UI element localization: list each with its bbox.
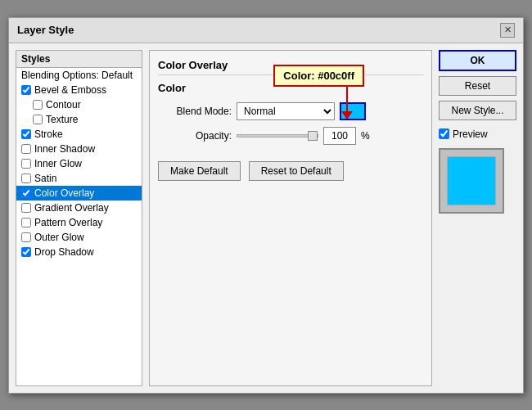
inner-glow-label: Inner Glow [34, 158, 82, 169]
color-overlay-label: Color Overlay [34, 187, 94, 199]
satin-label: Satin [34, 173, 56, 184]
style-item-bevel-emboss[interactable]: Bevel & Emboss [16, 83, 142, 97]
drop-shadow-label: Drop Shadow [34, 246, 94, 258]
styles-panel: Styles Blending Options: Default Bevel &… [16, 50, 142, 386]
contour-checkbox[interactable] [33, 100, 43, 110]
contour-label: Contour [46, 99, 81, 110]
style-item-satin[interactable]: Satin [16, 171, 142, 186]
style-item-texture[interactable]: Texture [16, 112, 142, 127]
style-item-outer-glow[interactable]: Outer Glow [16, 230, 142, 245]
style-item-drop-shadow[interactable]: Drop Shadow [16, 245, 142, 259]
opacity-input[interactable] [323, 127, 356, 145]
dialog-title: Layer Style [17, 24, 74, 36]
styles-panel-header: Styles [16, 51, 142, 68]
panel-section-title: Color Overlay [158, 59, 423, 75]
preview-box [439, 148, 504, 214]
style-item-stroke[interactable]: Stroke [16, 127, 142, 142]
blending-options-label: Blending Options: Default [21, 70, 133, 81]
bevel-emboss-label: Bevel & Emboss [34, 84, 106, 96]
make-default-button[interactable]: Make Default [158, 161, 241, 181]
gradient-overlay-label: Gradient Overlay [34, 202, 109, 214]
reset-to-default-button[interactable]: Reset to Default [249, 161, 344, 181]
preview-checkbox[interactable] [439, 128, 449, 139]
style-item-contour[interactable]: Contour [16, 97, 142, 112]
style-item-gradient-overlay[interactable]: Gradient Overlay [16, 200, 142, 215]
reset-button[interactable]: Reset [439, 76, 516, 96]
style-item-blending-options[interactable]: Blending Options: Default [16, 68, 142, 83]
inner-shadow-checkbox[interactable] [21, 144, 31, 154]
gradient-overlay-checkbox[interactable] [21, 203, 31, 213]
title-bar: Layer Style ✕ [9, 18, 523, 43]
preview-label-row: Preview [439, 128, 516, 140]
outer-glow-checkbox[interactable] [21, 232, 31, 242]
texture-label: Texture [46, 114, 78, 125]
blend-mode-label: Blend Mode: [158, 106, 232, 117]
action-buttons-row: Make Default Reset to Default [158, 161, 423, 181]
satin-checkbox[interactable] [21, 173, 31, 183]
new-style-button[interactable]: New Style... [439, 101, 516, 120]
ok-button[interactable]: OK [439, 50, 516, 71]
blend-mode-row: Blend Mode: Normal Multiply Screen Overl… [158, 102, 423, 120]
opacity-slider[interactable] [237, 134, 318, 137]
preview-label-text: Preview [453, 128, 488, 140]
opacity-unit: % [361, 130, 370, 142]
stroke-label: Stroke [34, 128, 63, 140]
layer-style-dialog: Layer Style ✕ Styles Blending Options: D… [8, 17, 524, 394]
opacity-label: Opacity: [158, 130, 232, 142]
styles-list: Blending Options: Default Bevel & Emboss… [16, 68, 142, 385]
opacity-row: Opacity: % [158, 127, 423, 145]
pattern-overlay-checkbox[interactable] [21, 218, 31, 228]
stroke-checkbox[interactable] [21, 129, 31, 139]
dialog-body: Styles Blending Options: Default Bevel &… [9, 43, 523, 393]
inner-glow-checkbox[interactable] [21, 159, 31, 169]
style-item-inner-shadow[interactable]: Inner Shadow [16, 142, 142, 156]
inner-shadow-label: Inner Shadow [34, 143, 95, 155]
bevel-emboss-checkbox[interactable] [21, 85, 31, 95]
drop-shadow-checkbox[interactable] [21, 247, 31, 257]
pattern-overlay-label: Pattern Overlay [34, 217, 102, 228]
preview-inner-swatch [447, 156, 496, 205]
close-button[interactable]: ✕ [500, 23, 515, 38]
texture-checkbox[interactable] [33, 115, 43, 124]
main-panel: Color Overlay Color Blend Mode: Normal M… [149, 50, 432, 386]
blend-mode-select[interactable]: Normal Multiply Screen Overlay Darken Li… [237, 102, 335, 120]
right-panel: OK Reset New Style... Preview [439, 50, 516, 386]
style-item-color-overlay[interactable]: Color Overlay [16, 186, 142, 200]
outer-glow-label: Outer Glow [34, 232, 84, 243]
style-item-inner-glow[interactable]: Inner Glow [16, 156, 142, 171]
color-overlay-checkbox[interactable] [21, 188, 31, 198]
panel-sub-title: Color [158, 82, 423, 94]
style-item-pattern-overlay[interactable]: Pattern Overlay [16, 215, 142, 230]
color-swatch[interactable] [340, 102, 366, 120]
